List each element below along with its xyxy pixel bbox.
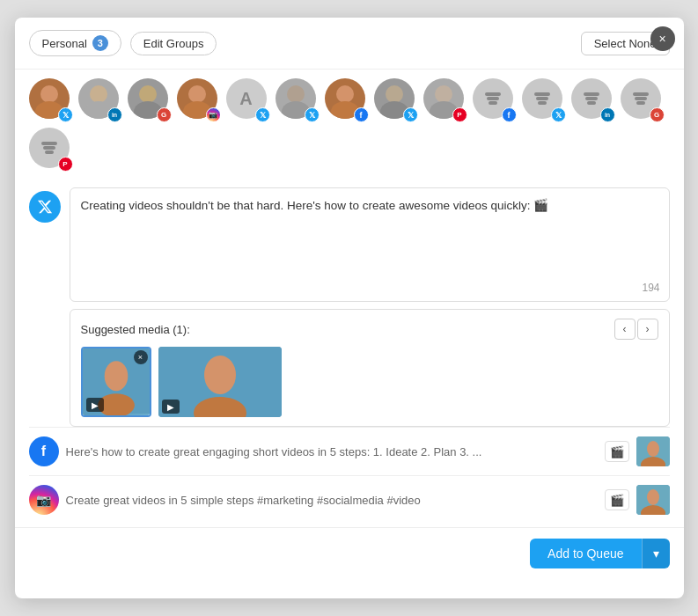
svg-point-14: [435, 85, 452, 103]
video-icon-overlay-1: ▶: [86, 398, 104, 412]
media-nav-arrows: ‹ ›: [614, 319, 658, 340]
svg-point-10: [336, 85, 354, 103]
compose-modal: × Personal 3 Edit Groups Select None 𝕏: [15, 18, 684, 598]
pinterest-badge-14: P: [58, 157, 73, 172]
svg-point-4: [139, 85, 157, 103]
avatar-5[interactable]: A 𝕏: [226, 78, 272, 124]
svg-point-6: [188, 85, 206, 103]
instagram-post-text: Create great videos in 5 simple steps #m…: [66, 494, 598, 507]
facebook-post-thumb[interactable]: [636, 436, 670, 466]
compose-box[interactable]: Creating videos shouldn't be that hard. …: [70, 187, 670, 302]
avatar-1[interactable]: 𝕏: [29, 78, 75, 124]
avatar-4[interactable]: 📷: [177, 78, 223, 124]
avatar-12[interactable]: in: [571, 78, 617, 124]
twitter-badge-6: 𝕏: [305, 107, 320, 122]
twitter-icon: [29, 191, 61, 223]
modal-footer: Add to Queue ▾: [15, 527, 684, 579]
char-count: 194: [642, 282, 659, 294]
svg-point-26: [647, 489, 659, 505]
instagram-post-thumb[interactable]: [636, 485, 670, 515]
media-thumbnails: × ▶ ▶: [81, 347, 658, 417]
facebook-badge-7: f: [354, 107, 369, 122]
svg-point-17: [104, 361, 128, 391]
instagram-icon: 📷: [29, 485, 59, 515]
instagram-badge-4: 📷: [206, 107, 221, 122]
facebook-badge-10: f: [502, 107, 517, 122]
add-to-queue-dropdown-button[interactable]: ▾: [642, 539, 670, 568]
svg-point-2: [90, 85, 107, 103]
personal-badge: 3: [92, 35, 108, 51]
google-badge-3: G: [157, 107, 172, 122]
facebook-media-icon[interactable]: 🎬: [605, 441, 629, 462]
twitter-compose-row: Creating videos shouldn't be that hard. …: [29, 187, 670, 302]
avatar-10[interactable]: f: [473, 78, 518, 124]
add-to-queue-group: Add to Queue ▾: [530, 539, 669, 568]
media-prev-button[interactable]: ‹: [614, 319, 636, 340]
suggested-title: Suggested media (1):: [81, 323, 190, 336]
avatar-2[interactable]: in: [78, 78, 124, 124]
avatar-8[interactable]: 𝕏: [374, 78, 420, 124]
remove-thumb-button[interactable]: ×: [134, 350, 148, 364]
avatar-14[interactable]: P: [29, 128, 75, 173]
svg-point-23: [647, 441, 659, 457]
svg-point-12: [386, 85, 403, 103]
twitter-badge-5: 𝕏: [255, 107, 270, 122]
instagram-post-row: 📷 Create great videos in 5 simple steps …: [29, 475, 670, 524]
content-area: Creating videos shouldn't be that hard. …: [15, 187, 684, 524]
avatar-9[interactable]: P: [423, 78, 469, 124]
instagram-media-icon[interactable]: 🎬: [605, 489, 629, 510]
twitter-badge-11: 𝕏: [551, 107, 566, 122]
media-thumb-selected[interactable]: × ▶: [81, 347, 151, 417]
chevron-down-icon: ▾: [653, 546, 659, 561]
close-button[interactable]: ×: [650, 26, 675, 51]
svg-point-20: [204, 356, 236, 394]
compose-text: Creating videos shouldn't be that hard. …: [81, 197, 658, 215]
video-icon-overlay-2: ▶: [162, 400, 180, 414]
facebook-post-text: Here's how to create great engaging shor…: [66, 445, 598, 458]
suggested-header: Suggested media (1): ‹ ›: [81, 319, 658, 340]
avatar-row: 𝕏 in G: [15, 70, 684, 179]
facebook-post-row: f Here's how to create great engaging sh…: [29, 427, 670, 475]
avatar-11[interactable]: 𝕏: [522, 78, 568, 124]
add-to-queue-button[interactable]: Add to Queue: [530, 539, 641, 568]
avatar-13[interactable]: G: [621, 78, 666, 124]
pinterest-badge-9: P: [452, 107, 467, 122]
svg-point-8: [287, 85, 305, 103]
linkedin-badge-2: in: [107, 107, 122, 122]
media-thumb-normal[interactable]: ▶: [158, 347, 282, 417]
google-badge-13: G: [650, 107, 665, 122]
avatar-7[interactable]: f: [325, 78, 371, 124]
modal-header: Personal 3 Edit Groups Select None: [15, 18, 684, 70]
avatar-3[interactable]: G: [128, 78, 173, 124]
personal-label: Personal: [42, 37, 87, 50]
close-icon: ×: [658, 32, 665, 46]
suggested-media-box: Suggested media (1): ‹ › ×: [70, 309, 670, 427]
facebook-icon: f: [29, 436, 59, 466]
personal-button[interactable]: Personal 3: [29, 30, 121, 56]
media-next-button[interactable]: ›: [637, 319, 658, 340]
twitter-badge-1: 𝕏: [58, 107, 73, 122]
linkedin-badge-12: in: [600, 107, 615, 122]
edit-groups-button[interactable]: Edit Groups: [130, 32, 217, 55]
avatar-6[interactable]: 𝕏: [276, 78, 321, 124]
twitter-badge-8: 𝕏: [403, 107, 418, 122]
svg-point-0: [40, 85, 58, 103]
